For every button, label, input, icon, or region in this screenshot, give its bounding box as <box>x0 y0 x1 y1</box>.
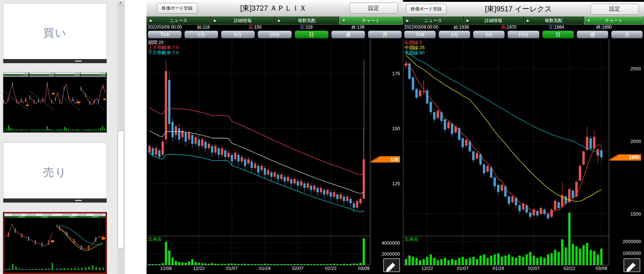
chart-datetime: 2022/03/09 00:00 <box>147 25 197 30</box>
period-button-tick[interactable]: Tick <box>148 30 182 39</box>
draw-pencil-button[interactable] <box>624 259 640 272</box>
ohlc-high: 高:1970 <box>501 25 549 30</box>
menu-item-label: ニュース <box>424 18 442 24</box>
buy-slide-label: 買い <box>43 26 67 41</box>
menu-item-label: 複数気配 <box>545 18 562 24</box>
price-axis-label: 150 <box>392 126 400 131</box>
indicator-label: 短期線:5 <box>404 40 422 45</box>
date-axis-label: 12/22 <box>422 266 433 271</box>
ohlc-low: 安:118 <box>300 25 352 30</box>
sidebar-scrollbar[interactable]: ▲ <box>117 0 125 274</box>
sell-slide-label: 売り <box>43 165 67 180</box>
date-axis-label: 01/24 <box>493 266 504 271</box>
indicator-label: 期間:20 <box>148 40 163 45</box>
indicator-label: 長期線:60 <box>404 50 425 55</box>
ohlc-open: 始:1939 <box>454 25 501 30</box>
period-button-tick[interactable]: Tick <box>404 30 436 39</box>
menu-item-detail[interactable]: ▶詳細情報 <box>464 17 523 25</box>
date-axis-label: 01/24 <box>259 266 270 271</box>
period-button-5min[interactable]: 5分 <box>221 30 255 39</box>
current-price-tag-label: 1890 <box>629 154 640 160</box>
volume-title: 出来高 <box>404 237 418 242</box>
date-axis-label: 12/08 <box>160 266 171 271</box>
menu-item-news[interactable]: ▶ニュース <box>403 17 463 25</box>
period-button-1min[interactable]: 1分 <box>438 30 470 39</box>
menu-item-chart[interactable]: ▼チャート <box>584 17 644 25</box>
period-button-1min[interactable]: 1分 <box>184 30 218 39</box>
menu-item-label: ニュース <box>170 18 188 24</box>
period-button-row: Tick1分5分15分日週月 <box>403 30 644 39</box>
date-axis-label: 03/09 <box>358 266 369 271</box>
menu-item-detail[interactable]: ▶詳細情報 <box>211 17 274 25</box>
ohlc-open-label: 始 <box>454 25 458 30</box>
period-button-week[interactable]: 週 <box>577 30 608 39</box>
scroll-up-button[interactable]: ▲ <box>117 0 124 6</box>
ohlc-close: 終:1890 <box>596 25 644 30</box>
settings-button[interactable]: 設定 <box>591 4 639 15</box>
chevron-down-icon: ▼ <box>342 19 345 22</box>
volume-title: 出来高 <box>148 237 162 242</box>
volume-axis-label: 2000000 <box>381 251 400 257</box>
chart-panel-left: 株価ボード登録 [東]3727 ＡＰＬＩＸ 設定 ▶ニュース▶詳細情報▶複数気配… <box>147 0 403 274</box>
ohlc-open-label: 始 <box>197 25 201 30</box>
ohlc-low-label: 安 <box>549 25 553 30</box>
thumbnail-sell-slide[interactable]: 売り <box>3 142 107 203</box>
ohlc-low-label: 安 <box>300 25 304 30</box>
menu-item-quotes[interactable]: ▶複数気配 <box>524 17 584 25</box>
ohlc-close-label: 終 <box>352 25 356 30</box>
date-axis-label: 02/07 <box>528 266 540 271</box>
period-button-day[interactable]: 日 <box>295 30 329 39</box>
volume-axis-label: 1000000 <box>622 251 641 256</box>
menu-item-label: 詳細情報 <box>485 18 502 24</box>
scrollbar-thumb[interactable] <box>118 131 124 248</box>
panel-title: [東]3727 ＡＰＬＩＸ <box>197 3 349 13</box>
period-button-day[interactable]: 日 <box>542 30 574 39</box>
period-button-month[interactable]: 月 <box>368 30 402 39</box>
chevron-right-icon: ▶ <box>527 19 529 22</box>
panel-header: 株価ボード登録 [東]3727 ＡＰＬＩＸ 設定 <box>147 0 403 17</box>
ohlc-low-value: 118 <box>306 25 312 30</box>
indicator-label: 中期線:25 <box>404 45 425 50</box>
period-button-week[interactable]: 週 <box>331 30 365 39</box>
volume-axis-label: 2000000 <box>622 239 641 244</box>
panel-header: 株価ボード登録 [東]9517 イーレクス 設定 <box>403 0 644 17</box>
slide-footer-strip <box>3 59 107 63</box>
menu-item-label: 複数気配 <box>298 18 316 24</box>
ohlc-high-label: 高 <box>249 25 253 30</box>
menu-item-chart[interactable]: ▼チャート <box>339 17 403 25</box>
menu-item-quotes[interactable]: ▶複数気配 <box>275 17 338 25</box>
ohlc-high-value: 150 <box>254 25 262 30</box>
draw-pencil-button[interactable] <box>384 259 400 272</box>
slide-footer-strip <box>3 198 107 202</box>
period-button-month[interactable]: 月 <box>611 30 643 39</box>
ohlc-close: 終:136 <box>352 25 403 30</box>
candlestick-chart[interactable]: 2500200015002000000100000012/2201/0701/2… <box>403 39 644 274</box>
menu-item-label: チャート <box>605 18 623 24</box>
period-button-15min[interactable]: 15分 <box>258 30 292 39</box>
price-axis-label: 2500 <box>630 66 641 72</box>
menu-item-news[interactable]: ▶ニュース <box>147 17 210 25</box>
chart-datetime: 2022/03/09 00:00 <box>403 25 454 30</box>
price-axis-label: 175 <box>392 71 400 76</box>
chart-panel-right: 株価ボード登録 [東]9517 イーレクス 設定 ▶ニュース▶詳細情報▶複数気配… <box>403 0 644 274</box>
period-button-15min[interactable]: 15分 <box>507 30 539 39</box>
register-board-button[interactable]: 株価ボード登録 <box>157 3 197 14</box>
ohlc-open: 始:118 <box>197 25 249 30</box>
date-axis-label: 02/22 <box>325 266 336 271</box>
period-button-row: Tick1分5分15分日週月 <box>147 30 403 39</box>
settings-button[interactable]: 設定 <box>349 3 398 14</box>
menu-row: ▶ニュース▶詳細情報▶複数気配▼チャート <box>147 17 403 25</box>
thumbnail-chart-dual-selected[interactable] <box>3 212 107 274</box>
menu-item-label: 詳細情報 <box>234 18 252 24</box>
register-board-button[interactable]: 株価ボード登録 <box>406 4 447 14</box>
ohlc-close-label: 終 <box>596 25 601 30</box>
chevron-right-icon: ▶ <box>406 19 409 22</box>
period-button-5min[interactable]: 5分 <box>473 30 505 39</box>
thumbnail-buy-slide[interactable]: 買い <box>3 3 107 63</box>
candlestick-chart[interactable]: 1751501254000000200000012/0812/2201/0701… <box>147 39 403 274</box>
price-axis-label: 125 <box>392 181 400 186</box>
indicator-label: 上方乖離率:7.0 <box>148 45 178 50</box>
ohlc-info-row: 2022/03/09 00:00始:1939高:1970安:1864終:1890 <box>403 25 644 30</box>
date-axis-label: 03/09 <box>596 266 607 271</box>
thumbnail-chart-grid[interactable] <box>3 72 107 133</box>
